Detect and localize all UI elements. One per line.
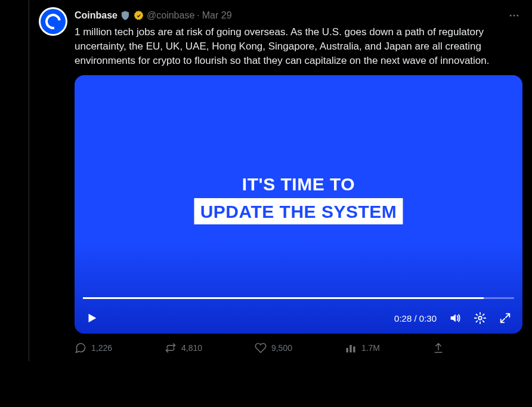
svg-rect-4 bbox=[346, 348, 348, 353]
retweet-button[interactable]: 4,810 bbox=[165, 342, 202, 354]
play-button[interactable] bbox=[85, 312, 98, 325]
fullscreen-button[interactable] bbox=[499, 312, 512, 325]
svg-rect-5 bbox=[349, 345, 351, 353]
video-player[interactable]: IT'S TIME TO UPDATE THE SYSTEM 0:28 / 0:… bbox=[75, 75, 522, 334]
separator-dot: · bbox=[197, 10, 199, 21]
svg-point-1 bbox=[514, 15, 515, 17]
video-progress-bar[interactable] bbox=[83, 297, 514, 299]
reply-icon bbox=[75, 342, 86, 354]
video-time: 0:28 / 0:30 bbox=[394, 313, 437, 323]
video-caption-line1: IT'S TIME TO bbox=[75, 174, 522, 195]
share-button[interactable] bbox=[432, 342, 444, 354]
shield-icon bbox=[120, 10, 131, 21]
svg-point-0 bbox=[510, 15, 512, 17]
tweet-header: Coinbase @coinbase · Mar 29 bbox=[75, 7, 522, 24]
more-button[interactable] bbox=[506, 7, 522, 24]
heart-icon bbox=[255, 342, 267, 354]
svg-point-3 bbox=[478, 316, 482, 320]
reply-button[interactable]: 1,226 bbox=[75, 342, 112, 354]
tweet-text: 1 million tech jobs are at risk of going… bbox=[75, 25, 522, 68]
volume-button[interactable] bbox=[449, 312, 462, 325]
like-count: 9,500 bbox=[271, 343, 292, 353]
views-button[interactable]: 1.7M bbox=[345, 342, 380, 354]
handle[interactable]: @coinbase bbox=[147, 10, 194, 21]
avatar-logo bbox=[41, 9, 66, 34]
like-button[interactable]: 9,500 bbox=[255, 342, 292, 354]
play-icon bbox=[85, 312, 98, 325]
share-icon bbox=[432, 342, 444, 354]
display-name[interactable]: Coinbase bbox=[75, 10, 117, 21]
tweet-date[interactable]: Mar 29 bbox=[202, 10, 232, 21]
video-caption: IT'S TIME TO UPDATE THE SYSTEM bbox=[75, 174, 522, 224]
tweet-content: Coinbase @coinbase · Mar 29 1 million te… bbox=[75, 7, 522, 354]
tweet: Coinbase @coinbase · Mar 29 1 million te… bbox=[29, 0, 532, 361]
views-icon bbox=[345, 342, 357, 354]
views-count: 1.7M bbox=[361, 343, 380, 353]
gear-icon bbox=[474, 312, 487, 325]
verified-badge-icon bbox=[133, 10, 144, 21]
video-controls: 0:28 / 0:30 bbox=[75, 303, 522, 334]
settings-button[interactable] bbox=[474, 312, 487, 325]
video-progress-fill bbox=[83, 297, 484, 299]
coinbase-c-icon bbox=[42, 11, 64, 32]
svg-point-2 bbox=[516, 15, 518, 17]
ellipsis-icon bbox=[508, 10, 520, 21]
tweet-actions: 1,226 4,810 9,500 1.7M bbox=[75, 342, 444, 354]
avatar[interactable] bbox=[39, 7, 67, 36]
retweet-count: 4,810 bbox=[181, 343, 202, 353]
svg-rect-6 bbox=[353, 347, 355, 353]
retweet-icon bbox=[165, 342, 177, 354]
fullscreen-icon bbox=[499, 312, 512, 325]
volume-icon bbox=[449, 312, 462, 325]
reply-count: 1,226 bbox=[91, 343, 112, 353]
video-caption-line2: UPDATE THE SYSTEM bbox=[194, 198, 403, 224]
